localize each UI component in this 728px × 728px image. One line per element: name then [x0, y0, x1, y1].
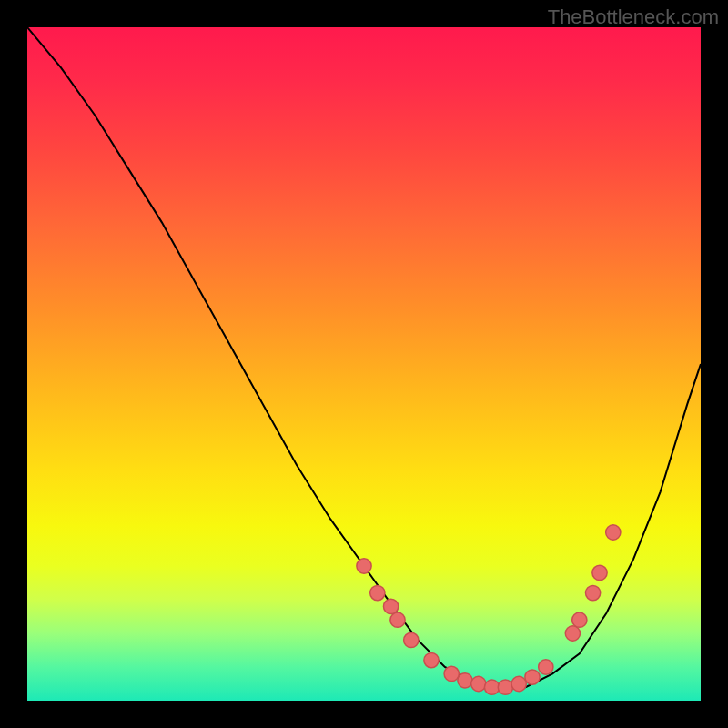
- data-marker: [539, 660, 553, 674]
- data-marker: [592, 565, 607, 580]
- data-marker: [525, 670, 540, 684]
- data-marker: [404, 632, 419, 647]
- data-marker: [471, 676, 486, 691]
- data-marker: [585, 585, 600, 600]
- data-marker: [444, 666, 459, 681]
- data-marker: [390, 612, 405, 627]
- data-marker: [370, 585, 385, 600]
- data-marker: [383, 599, 398, 613]
- data-marker: [606, 525, 621, 540]
- data-marker: [572, 612, 587, 627]
- bottleneck-curve: [27, 27, 701, 687]
- plot-area: [27, 27, 701, 701]
- data-marker: [357, 559, 371, 573]
- attribution-label: TheBottleneck.com: [548, 5, 719, 29]
- data-marker: [498, 680, 512, 694]
- chart-svg: [27, 27, 701, 701]
- data-marker: [565, 626, 580, 641]
- data-marker: [424, 652, 439, 667]
- data-marker: [511, 676, 526, 691]
- data-markers: [357, 525, 621, 694]
- data-marker: [458, 673, 472, 688]
- data-marker: [484, 680, 499, 694]
